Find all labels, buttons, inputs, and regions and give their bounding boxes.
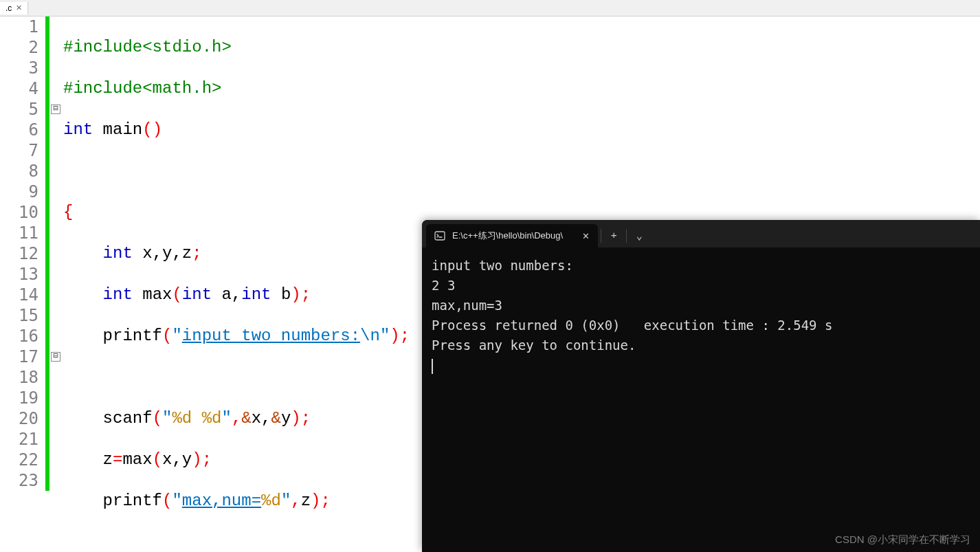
terminal-output[interactable]: input two numbers: 2 3 max,num=3 Process… <box>422 247 980 384</box>
code-token: scanf <box>103 409 153 428</box>
fold-toggle-icon[interactable]: ⊟ <box>51 352 60 362</box>
code-token: ) <box>192 450 201 469</box>
terminal-line: Process returned 0 (0x0) execution time … <box>432 318 832 333</box>
code-token: " <box>221 409 231 428</box>
code-token: #include <box>63 79 142 98</box>
code-token: z <box>103 450 113 469</box>
line-number: 8 <box>0 161 38 181</box>
code-token: = <box>113 450 122 469</box>
code-token: ; <box>192 244 201 263</box>
code-token: , <box>232 409 241 428</box>
line-number: 5 <box>0 99 38 120</box>
code-token: x,y <box>162 450 192 469</box>
code-token: ) <box>153 120 162 139</box>
svg-rect-0 <box>435 232 445 240</box>
editor-tab-bar: .c ✕ <box>0 0 980 16</box>
code-token: printf <box>103 327 162 345</box>
code-token: max,num= <box>182 492 261 510</box>
chevron-down-icon: ⌄ <box>636 230 643 243</box>
close-icon[interactable]: ✕ <box>16 3 22 12</box>
terminal-line: input two numbers: <box>432 258 573 273</box>
terminal-line: 2 3 <box>432 278 455 293</box>
code-token: ; <box>301 285 311 304</box>
line-number: 18 <box>0 367 38 388</box>
code-token: ( <box>162 327 172 345</box>
line-number: 6 <box>0 120 38 140</box>
code-token <box>192 409 201 428</box>
code-token: input two numbers: <box>182 327 360 345</box>
code-token: ) <box>291 285 300 304</box>
line-number: 10 <box>0 202 38 223</box>
code-token: int <box>103 285 133 304</box>
fold-column: ⊟ ⊟ <box>51 16 63 552</box>
code-token: b <box>271 285 291 304</box>
code-token: ; <box>202 450 212 469</box>
code-token: ( <box>142 120 152 139</box>
code-token: int <box>241 285 271 304</box>
line-number: 16 <box>0 326 38 346</box>
code-token: z <box>301 492 311 510</box>
line-number: 17 <box>0 346 38 367</box>
file-tab[interactable]: .c ✕ <box>0 2 28 14</box>
code-token: ; <box>321 492 331 510</box>
cmd-icon <box>434 230 445 241</box>
code-token: int <box>103 244 133 263</box>
code-token: int <box>182 285 212 304</box>
code-token: ( <box>153 450 162 469</box>
line-number: 21 <box>0 429 38 450</box>
line-number: 13 <box>0 264 38 285</box>
line-number: 20 <box>0 408 38 429</box>
code-token: #include <box>63 38 142 56</box>
terminal-line: max,num=3 <box>432 298 502 313</box>
code-token: , <box>291 492 300 510</box>
line-number-gutter: 1 2 3 4 5 6 7 8 9 10 11 12 13 14 15 16 1… <box>0 16 45 552</box>
code-token: ( <box>153 409 162 428</box>
code-token: %d <box>261 492 281 510</box>
fold-toggle-icon[interactable]: ⊟ <box>51 104 60 114</box>
close-icon[interactable]: ✕ <box>582 231 590 241</box>
line-number: 11 <box>0 223 38 243</box>
watermark: CSDN @小宋同学在不断学习 <box>835 533 970 547</box>
line-number: 3 <box>0 58 38 78</box>
terminal-cursor <box>432 359 433 374</box>
line-number: 23 <box>0 470 38 491</box>
code-token: %d <box>202 409 222 428</box>
code-token: max <box>133 285 172 304</box>
code-token: a, <box>212 285 241 304</box>
line-number: 2 <box>0 37 38 58</box>
terminal-tab-actions: + ⌄ <box>601 224 652 247</box>
line-number: 14 <box>0 285 38 305</box>
tab-dropdown-button[interactable]: ⌄ <box>627 224 652 247</box>
line-number: 15 <box>0 305 38 326</box>
code-token: max <box>122 450 152 469</box>
line-number: 12 <box>0 243 38 264</box>
code-token: ) <box>390 327 399 345</box>
code-token: x, <box>252 409 271 428</box>
code-editor[interactable]: #include<stdio.h> #include<math.h> int m… <box>63 16 410 552</box>
terminal-tab-title: E:\c++练习\hello\bin\Debug\ <box>452 230 563 242</box>
line-number: 1 <box>0 16 38 37</box>
code-token: " <box>172 492 181 510</box>
code-token: x,y,z <box>133 244 192 263</box>
code-token: ) <box>311 492 320 510</box>
tab-filename: .c <box>5 3 12 13</box>
code-token: { <box>63 203 73 221</box>
code-token: <stdio.h> <box>142 38 232 56</box>
code-token: & <box>271 409 281 428</box>
terminal-tab[interactable]: E:\c++练习\hello\bin\Debug\ ✕ <box>426 224 598 247</box>
code-token: ) <box>291 409 300 428</box>
code-token: \n <box>360 327 380 345</box>
new-tab-button[interactable]: + <box>601 224 626 247</box>
code-token: ( <box>162 492 172 510</box>
code-token: ; <box>400 327 410 345</box>
line-number: 7 <box>0 140 38 161</box>
code-token: " <box>380 327 390 345</box>
code-token: y <box>281 409 291 428</box>
terminal-titlebar[interactable]: E:\c++练习\hello\bin\Debug\ ✕ + ⌄ <box>422 220 980 247</box>
code-token: ( <box>172 285 181 304</box>
change-marker-bar <box>45 16 49 491</box>
code-token: <math.h> <box>142 79 221 98</box>
code-token: " <box>162 409 172 428</box>
code-token: " <box>281 492 291 510</box>
code-token: ; <box>301 409 311 428</box>
